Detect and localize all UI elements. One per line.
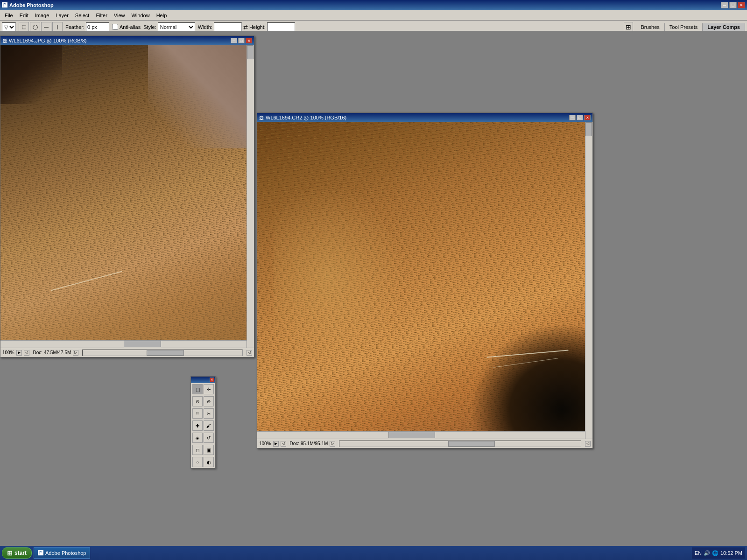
tool-gradient[interactable]: ▣ bbox=[204, 445, 214, 455]
swap-icon[interactable]: ⇄ bbox=[243, 24, 248, 30]
doc1-hscroll-thumb[interactable] bbox=[124, 341, 161, 347]
height-input[interactable] bbox=[267, 22, 295, 32]
doc2-status-scroll[interactable] bbox=[339, 441, 581, 447]
doc2-titlebar: 🖼 WL6L1694.CR2 @ 100% (RGB/16) ─ □ ✕ bbox=[257, 113, 592, 122]
width-group: Width: ⇄ Height: bbox=[198, 22, 295, 32]
doc1-docsize: Doc: 47.5M/47.5M bbox=[33, 350, 71, 355]
language-indicator: EN bbox=[695, 550, 702, 556]
menu-help[interactable]: Help bbox=[154, 12, 170, 19]
doc1-nav-right[interactable]: ▷ bbox=[73, 350, 78, 356]
menu-view[interactable]: View bbox=[111, 12, 128, 19]
style-select[interactable]: Normal bbox=[158, 22, 195, 32]
feather-label: Feather: bbox=[65, 24, 85, 30]
doc2-minimize[interactable]: ─ bbox=[569, 115, 576, 120]
tool-move[interactable]: ✛ bbox=[204, 384, 214, 394]
doc2-scrollbar-vertical[interactable] bbox=[585, 122, 592, 439]
tab-tool-presets[interactable]: Tool Presets bbox=[665, 23, 703, 31]
toolbox-close[interactable]: ✕ bbox=[210, 378, 214, 382]
doc2-status-thumb[interactable] bbox=[448, 441, 495, 447]
menu-layer[interactable]: Layer bbox=[53, 12, 71, 19]
width-label: Width: bbox=[198, 24, 212, 30]
doc2-scroll-left[interactable]: ◁ bbox=[585, 441, 591, 447]
tool-burn[interactable]: ◐ bbox=[204, 457, 214, 467]
doc2-hscroll-thumb[interactable] bbox=[388, 432, 435, 438]
doc2-controls: ─ □ ✕ bbox=[569, 115, 591, 120]
doc1-vscroll-thumb[interactable] bbox=[247, 45, 254, 59]
tool-brush[interactable]: 🖌 bbox=[204, 420, 214, 431]
antialiased-checkbox[interactable] bbox=[112, 24, 118, 30]
doc2-bottom-dark bbox=[470, 323, 585, 431]
maximize-button[interactable]: □ bbox=[729, 2, 737, 8]
app-icon: 🅿 bbox=[2, 2, 7, 8]
tool-slice[interactable]: ✂ bbox=[204, 408, 214, 419]
doc1-nav-left[interactable]: ◁ bbox=[24, 350, 29, 356]
toolbox-row-2: ⊙ ⊛ bbox=[191, 395, 215, 407]
doc2-close[interactable]: ✕ bbox=[584, 115, 591, 120]
doc1-minimize[interactable]: ─ bbox=[231, 38, 237, 43]
menu-edit[interactable]: Edit bbox=[17, 12, 31, 19]
taskbar-photoshop-button[interactable]: 🅿 Adobe Photoshop bbox=[34, 547, 90, 559]
tool-eraser[interactable]: ◻ bbox=[192, 445, 203, 455]
doc1-statusbar: 100% ▶ ◁ Doc: 47.5M/47.5M ▷ ◁ bbox=[0, 348, 254, 357]
tool-lasso[interactable]: ⊙ bbox=[192, 396, 203, 406]
minimize-button[interactable]: ─ bbox=[721, 2, 728, 8]
doc1-title: WL6L1694.JPG @ 100% (RGB/8) bbox=[9, 38, 231, 43]
app-title: Adobe Photoshop bbox=[9, 2, 721, 8]
doc2-center-light bbox=[274, 184, 405, 369]
windows-icon: ⊞ bbox=[7, 549, 13, 557]
doc1-titlebar: 🖼 WL6L1694.JPG @ 100% (RGB/8) ─ □ ✕ bbox=[0, 36, 254, 45]
workspace: 🖼 WL6L1694.JPG @ 100% (RGB/8) ─ □ ✕ bbox=[0, 31, 747, 546]
doc2-maximize[interactable]: □ bbox=[577, 115, 583, 120]
tab-brushes[interactable]: Brushes bbox=[636, 23, 664, 31]
start-button[interactable]: ⊞ start bbox=[2, 547, 32, 559]
toolbox-row-5: ◈ ↺ bbox=[191, 432, 215, 444]
doc2-scrollbar-horizontal[interactable] bbox=[257, 431, 585, 439]
menu-file[interactable]: File bbox=[2, 12, 16, 19]
feather-group: Feather: bbox=[65, 22, 109, 32]
doc1-status-scroll[interactable] bbox=[82, 350, 243, 356]
doc1-close[interactable]: ✕ bbox=[246, 38, 252, 43]
doc2-nav-left[interactable]: ◁ bbox=[281, 441, 286, 447]
doc2-zoom: 100% bbox=[259, 441, 271, 446]
width-input[interactable] bbox=[214, 22, 242, 32]
menu-image[interactable]: Image bbox=[32, 12, 52, 19]
taskbar: ⊞ start 🅿 Adobe Photoshop EN 🔊 🌐 10:52 P… bbox=[0, 546, 747, 560]
toolbox-header: ✕ bbox=[191, 377, 215, 383]
antialiased-label: Anti-alias bbox=[120, 24, 141, 30]
volume-icon: 🔊 bbox=[704, 550, 710, 556]
system-tray: EN 🔊 🌐 10:52 PM bbox=[692, 547, 745, 559]
doc1-scroll-left[interactable]: ◁ bbox=[247, 350, 252, 356]
doc2-vscroll-thumb[interactable] bbox=[585, 122, 592, 136]
doc2-zoom-menu[interactable]: ▶ bbox=[273, 441, 279, 447]
tool-marquee-rect[interactable]: ⬚ bbox=[192, 384, 203, 394]
doc1-zoom-menu[interactable]: ▶ bbox=[16, 350, 22, 356]
tool-dodge[interactable]: ○ bbox=[192, 457, 203, 467]
doc1-scrollbar-horizontal[interactable] bbox=[0, 340, 247, 348]
close-button[interactable]: ✕ bbox=[738, 2, 745, 8]
toolbox-row-4: ✚ 🖌 bbox=[191, 420, 215, 432]
doc1-status-thumb[interactable] bbox=[147, 350, 184, 356]
tool-crop[interactable]: ⌗ bbox=[192, 408, 203, 419]
menu-filter[interactable]: Filter bbox=[93, 12, 110, 19]
tool-selector[interactable]: ▽ bbox=[2, 22, 16, 32]
tool-healing[interactable]: ✚ bbox=[192, 420, 203, 431]
style-group: Style: Normal bbox=[143, 22, 195, 32]
doc2-nav-right[interactable]: ▷ bbox=[330, 441, 335, 447]
menu-bar: File Edit Image Layer Select Filter View… bbox=[0, 10, 747, 21]
doc2-docsize: Doc: 95.1M/95.1M bbox=[290, 441, 328, 446]
tab-layer-comps[interactable]: Layer Comps bbox=[703, 23, 745, 31]
toolbox-row-1: ⬚ ✛ bbox=[191, 383, 215, 395]
style-label: Style: bbox=[143, 24, 156, 30]
taskbar-ps-icon: 🅿 bbox=[38, 550, 43, 556]
tool-history[interactable]: ↺ bbox=[204, 433, 214, 443]
menu-window[interactable]: Window bbox=[129, 12, 153, 19]
doc2-image-area bbox=[257, 122, 585, 431]
tool-clone[interactable]: ◈ bbox=[192, 433, 203, 443]
feather-input[interactable] bbox=[86, 22, 109, 32]
menu-select[interactable]: Select bbox=[72, 12, 92, 19]
doc1-maximize[interactable]: □ bbox=[238, 38, 245, 43]
doc1-scrollbar-vertical[interactable] bbox=[247, 45, 254, 348]
tool-magic-wand[interactable]: ⊛ bbox=[204, 396, 214, 406]
toolbox-row-7: ○ ◐ bbox=[191, 456, 215, 468]
window-controls: ─ □ ✕ bbox=[721, 2, 745, 8]
